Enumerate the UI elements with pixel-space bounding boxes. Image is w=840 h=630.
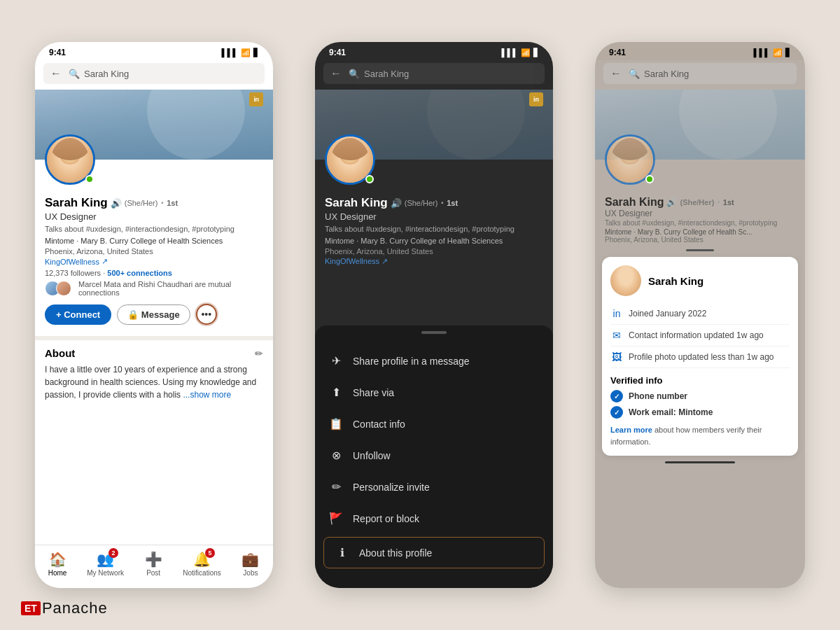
profile-talks-1: Talks about #uxdesign, #interactiondesig… — [45, 224, 263, 234]
about-text-1: I have a little over 10 years of experie… — [45, 363, 263, 401]
wifi-icon: 📶 — [241, 48, 251, 57]
card-joined-row: in Joined January 2022 — [610, 303, 790, 325]
online-indicator-1 — [85, 175, 94, 183]
card-contact-text: Contact information updated 1w ago — [629, 330, 764, 340]
menu-item-contact-info[interactable]: 📋 Contact info — [315, 408, 553, 440]
connection-1: 1st — [167, 199, 178, 207]
swipe-handle-3 — [686, 249, 714, 251]
status-bar-1: 9:41 ▌▌▌ 📶 ▋ — [35, 42, 273, 60]
home-icon-1: 🏠 — [49, 551, 66, 568]
signal-icon-3: ▌▌▌ — [754, 48, 770, 57]
profile-location-1: Phoenix, Arizona, United States — [45, 247, 263, 255]
search-icon-2: 🔍 — [349, 69, 360, 79]
profile-link-2[interactable]: KingOfWellness ↗ — [325, 257, 543, 266]
mutual-connections-1: Marcel Mata and Rishi Chaudhari are mutu… — [45, 280, 263, 297]
signal-icon-2: ▌▌▌ — [502, 48, 518, 57]
status-bar-3: 9:41 ▌▌▌ 📶 ▋ — [595, 42, 805, 60]
profile-info-2: Sarah King 🔊 (She/Her) · 1st UX Designer… — [315, 196, 553, 272]
time-1: 9:41 — [49, 48, 66, 57]
message-button-1[interactable]: 🔒 Message — [117, 304, 190, 325]
search-icon-1: 🔍 — [69, 69, 80, 79]
edit-icon-1[interactable]: ✏ — [255, 348, 263, 359]
nav-notifications-1[interactable]: 🔔 5 Notifications — [183, 551, 220, 577]
mutual-avatar-2 — [56, 281, 71, 296]
time-2: 9:41 — [329, 48, 346, 57]
menu-item-share-via[interactable]: ⬆ Share via — [315, 377, 553, 408]
card-joined-text: Joined January 2022 — [629, 309, 706, 318]
phone-2: 9:41 ▌▌▌ 📶 ▋ ← 🔍 Sarah King in — [315, 42, 553, 588]
back-arrow-1[interactable]: ← — [50, 67, 62, 80]
verified-check-email: ✓ — [610, 406, 623, 419]
avatar-1 — [45, 134, 95, 185]
nav-jobs-1[interactable]: 💼 Jobs — [235, 551, 266, 577]
et-badge: ET — [21, 601, 41, 615]
share-message-icon: ✈ — [329, 354, 343, 368]
card-avatar — [610, 265, 641, 296]
jobs-icon-1: 💼 — [241, 551, 259, 568]
time-3: 9:41 — [609, 48, 626, 57]
about-section-1: About ✏ I have a little over 10 years of… — [35, 336, 273, 408]
battery-icon: ▋ — [253, 48, 259, 57]
avatar-2 — [325, 134, 375, 185]
profile-link-1[interactable]: KingOfWellness ↗ — [45, 257, 263, 266]
battery-icon-3: ▋ — [785, 48, 791, 57]
search-icon-3: 🔍 — [629, 69, 640, 79]
menu-item-about-profile[interactable]: ℹ About this profile — [323, 537, 545, 568]
profile-info-3: Sarah King 🔊 (She/Her) · 1st UX Designer… — [595, 196, 805, 246]
search-bar-1[interactable]: ← 🔍 Sarah King — [43, 63, 265, 84]
notifications-icon-1: 🔔 5 — [193, 551, 211, 568]
contact-info-icon: 📋 — [329, 417, 343, 430]
pronouns-1: (She/Her) — [125, 199, 158, 207]
menu-item-share-message[interactable]: ✈ Share profile in a message — [315, 345, 553, 377]
more-button-1[interactable]: ••• — [196, 304, 217, 325]
search-bar-2[interactable]: ← 🔍 Sarah King — [323, 63, 545, 84]
linkedin-badge-1: in — [249, 92, 263, 106]
post-icon-1: ➕ — [145, 551, 162, 568]
verified-title: Verified info — [610, 375, 790, 386]
menu-item-unfollow[interactable]: ⊗ Unfollow — [315, 440, 553, 471]
profile-followers-1: 12,373 followers · 500+ connections — [45, 269, 263, 277]
profile-name-1: Sarah King 🔊 (She/Her) · 1st — [45, 196, 263, 210]
learn-more-link[interactable]: Learn more — [610, 426, 652, 434]
search-bar-3[interactable]: ← 🔍 Sarah King — [603, 63, 797, 84]
panache-text: Panache — [42, 599, 108, 617]
photo-icon-card: 🖼 — [610, 351, 623, 363]
back-arrow-3[interactable]: ← — [610, 67, 622, 80]
battery-icon-2: ▋ — [533, 48, 539, 57]
envelope-icon-card: ✉ — [610, 330, 623, 341]
back-arrow-2[interactable]: ← — [330, 67, 342, 80]
profile-card: Sarah King in Joined January 2022 ✉ Cont… — [602, 257, 798, 456]
verified-check-phone: ✓ — [610, 390, 623, 402]
search-query-1: Sarah King — [84, 69, 129, 79]
wifi-icon-3: 📶 — [773, 48, 783, 57]
menu-item-report[interactable]: 🚩 Report or block — [315, 503, 553, 534]
nav-network-1[interactable]: 👥 2 My Network — [87, 551, 124, 577]
avatar-3 — [605, 134, 655, 185]
phone-3: 9:41 ▌▌▌ 📶 ▋ ← 🔍 Sarah King — [595, 42, 805, 588]
profile-header-2: in — [325, 160, 543, 196]
card-photo-row: 🖼 Profile photo updated less than 1w ago — [610, 346, 790, 368]
nav-home-1[interactable]: 🏠 Home — [42, 551, 73, 577]
about-title-1: About — [45, 347, 75, 359]
personalize-icon: ✏ — [329, 480, 343, 493]
verified-email-item: ✓ Work email: Mintome — [610, 406, 790, 419]
bottom-nav-1: 🏠 Home 👥 2 My Network ➕ Post 🔔 5 Notifi — [35, 545, 273, 588]
menu-item-personalize[interactable]: ✏ Personalize invite — [315, 471, 553, 503]
learn-more-section: Learn more about how members verify thei… — [610, 424, 790, 447]
menu-handle — [421, 331, 447, 334]
status-icons-1: ▌▌▌ 📶 ▋ — [222, 48, 259, 57]
status-icons-3: ▌▌▌ 📶 ▋ — [754, 48, 791, 57]
wifi-icon-2: 📶 — [521, 48, 531, 57]
status-bar-2: 9:41 ▌▌▌ 📶 ▋ — [315, 42, 553, 60]
nav-post-1[interactable]: ➕ Post — [138, 551, 169, 577]
card-photo-text: Profile photo updated less than 1w ago — [629, 352, 774, 362]
linkedin-badge-2: in — [529, 92, 543, 106]
profile-header-3 — [605, 160, 795, 196]
report-icon: 🚩 — [329, 512, 343, 525]
verified-phone-item: ✓ Phone number — [610, 390, 790, 402]
show-more-1[interactable]: ...show more — [183, 390, 231, 400]
card-name: Sarah King — [648, 275, 704, 287]
name-text-1: Sarah King — [45, 196, 108, 210]
connect-button-1[interactable]: + Connect — [45, 304, 111, 325]
card-header: Sarah King — [610, 265, 790, 296]
